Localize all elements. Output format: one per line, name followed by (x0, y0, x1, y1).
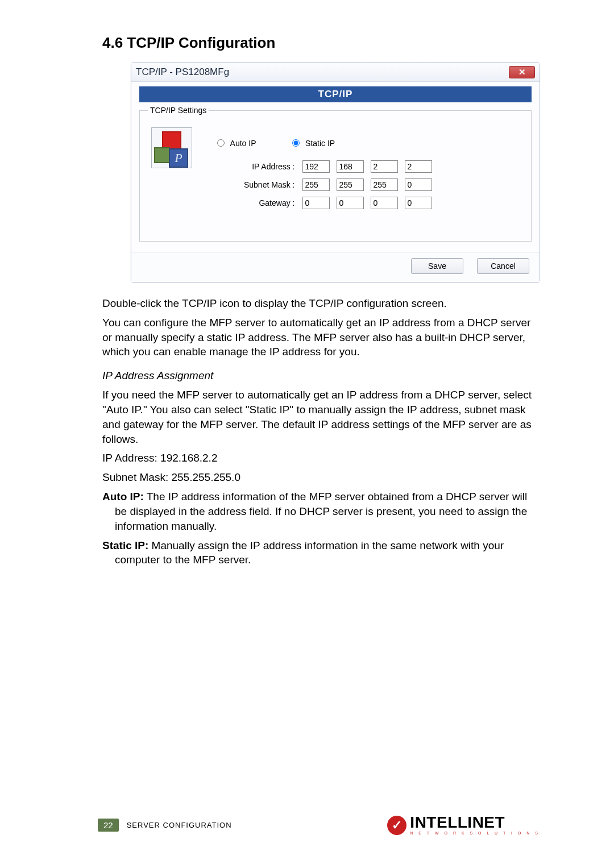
tcpip-icon: P (151, 127, 192, 168)
cancel-button[interactable]: Cancel (477, 258, 529, 274)
page-number: 22 (98, 819, 119, 832)
paragraph-assignment: If you need the MFP server to automatica… (102, 388, 534, 446)
tcpip-dialog: TCP/IP - PS1208MFg ✕ TCP/IP TCP/IP Setti… (131, 62, 540, 283)
ip-address-label: IP Address : (217, 162, 297, 171)
mask-octet-4[interactable] (405, 178, 432, 191)
auto-ip-desc: Auto IP: The IP address information of t… (102, 489, 534, 533)
gw-octet-4[interactable] (405, 197, 432, 209)
brand-name: INTELLINET (410, 813, 505, 831)
tcpip-icon-letter: P (169, 148, 188, 168)
mask-octet-2[interactable] (337, 178, 364, 191)
paragraph-intro-1: Double-click the TCP/IP icon to display … (102, 296, 534, 311)
close-icon: ✕ (518, 67, 526, 77)
body-text: Double-click the TCP/IP icon to display … (102, 296, 534, 567)
tcpip-settings-group: TCP/IP Settings P Auto IP Static IP (139, 106, 532, 242)
gateway-label: Gateway : (217, 198, 297, 207)
fieldset-legend: TCP/IP Settings (148, 106, 209, 115)
footer-section-label: SERVER CONFIGURATION (127, 821, 232, 829)
ip-octet-1[interactable] (302, 160, 330, 173)
static-ip-label: Static IP: (102, 539, 148, 551)
dialog-titlebar: TCP/IP - PS1208MFg ✕ (131, 63, 540, 82)
brand-logo: ✓ INTELLINET N E T W O R K S O L U T I O… (387, 815, 540, 835)
default-ip-line: IP Address: 192.168.2.2 (102, 451, 534, 466)
radio-static-ip-label: Static IP (305, 139, 335, 148)
subnet-mask-label: Subnet Mask : (217, 180, 297, 189)
save-button[interactable]: Save (411, 258, 463, 274)
page-footer: 22 SERVER CONFIGURATION ✓ INTELLINET N E… (98, 815, 540, 835)
section-heading: 4.6 TCP/IP Configuration (102, 34, 534, 52)
gw-octet-3[interactable] (371, 197, 398, 209)
ip-octet-3[interactable] (371, 160, 398, 173)
mask-octet-1[interactable] (302, 178, 330, 191)
close-button[interactable]: ✕ (509, 66, 535, 78)
radio-static-ip-input[interactable] (292, 139, 300, 147)
gw-octet-1[interactable] (302, 197, 330, 209)
brand-tagline: N E T W O R K S O L U T I O N S (410, 831, 540, 835)
static-ip-text: Manually assign the IP address informati… (115, 539, 504, 566)
auto-ip-label: Auto IP: (102, 491, 144, 502)
ip-octet-4[interactable] (405, 160, 432, 173)
subheading-ip-assignment: IP Address Assignment (102, 368, 534, 383)
gw-octet-2[interactable] (337, 197, 364, 209)
auto-ip-text: The IP address information of the MFP se… (115, 491, 527, 532)
ip-octet-2[interactable] (337, 160, 364, 173)
static-ip-desc: Static IP: Manually assign the IP addres… (102, 538, 534, 568)
radio-static-ip[interactable]: Static IP (292, 139, 335, 148)
radio-auto-ip-input[interactable] (217, 139, 225, 147)
checkmark-icon: ✓ (387, 816, 406, 835)
radio-auto-ip[interactable]: Auto IP (217, 139, 258, 148)
tab-tcpip[interactable]: TCP/IP (139, 86, 532, 102)
dialog-title: TCP/IP - PS1208MFg (136, 67, 229, 78)
radio-auto-ip-label: Auto IP (230, 139, 256, 148)
default-mask-line: Subnet Mask: 255.255.255.0 (102, 470, 534, 485)
paragraph-intro-2: You can configure the MFP server to auto… (102, 315, 534, 359)
mask-octet-3[interactable] (371, 178, 398, 191)
